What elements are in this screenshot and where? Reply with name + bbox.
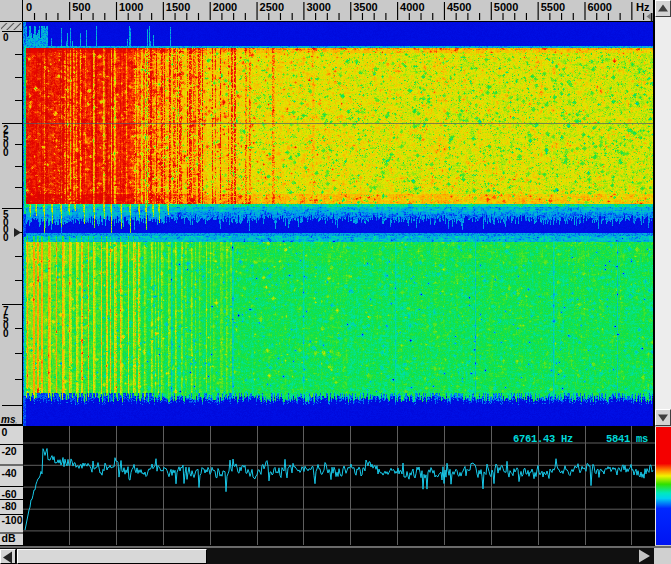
svg-text:-60: -60 — [2, 488, 17, 500]
svg-text:3500: 3500 — [353, 1, 377, 13]
svg-text:0: 0 — [3, 147, 9, 158]
svg-text:3000: 3000 — [306, 1, 330, 13]
svg-text:0: 0 — [3, 32, 9, 43]
svg-text:0: 0 — [3, 232, 9, 243]
svg-text:0: 0 — [2, 426, 8, 438]
svg-text:0: 0 — [3, 328, 9, 339]
svg-text:2000: 2000 — [213, 1, 237, 13]
svg-text:,,: ,, — [13, 416, 17, 425]
svg-text:5500: 5500 — [541, 1, 565, 13]
svg-text:0: 0 — [26, 1, 32, 13]
svg-text:500: 500 — [72, 1, 90, 13]
svg-text:6761.43 Hz: 6761.43 Hz — [513, 433, 573, 445]
svg-text:5841 ms: 5841 ms — [606, 433, 648, 445]
svg-text:4000: 4000 — [400, 1, 424, 13]
svg-text:6000: 6000 — [588, 1, 612, 13]
svg-text:5000: 5000 — [494, 1, 518, 13]
svg-text:4500: 4500 — [447, 1, 471, 13]
svg-text:2500: 2500 — [260, 1, 284, 13]
svg-text:1000: 1000 — [119, 1, 143, 13]
svg-text:1500: 1500 — [166, 1, 190, 13]
svg-text:-100: -100 — [2, 514, 23, 526]
svg-text:-20: -20 — [2, 445, 17, 457]
svg-text:Hz: Hz — [636, 1, 650, 13]
svg-text:-80: -80 — [2, 500, 17, 512]
svg-text:dB: dB — [2, 532, 16, 544]
svg-text:-40: -40 — [2, 467, 17, 479]
